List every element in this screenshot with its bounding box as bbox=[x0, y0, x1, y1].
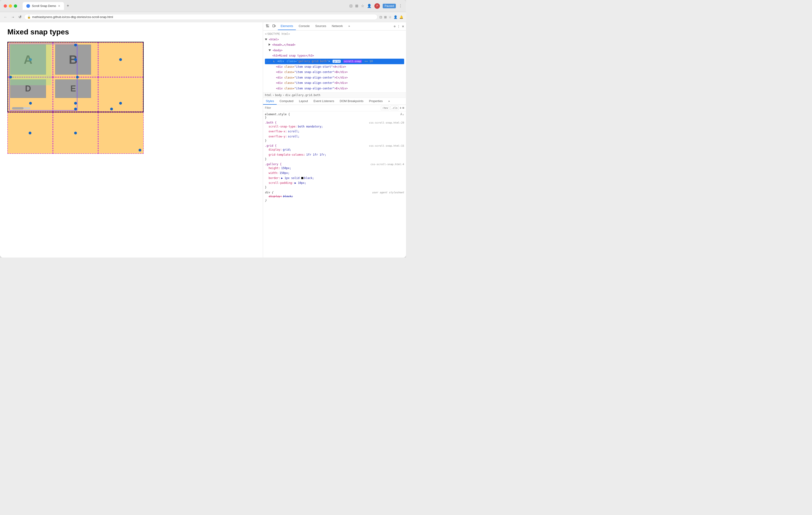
url-display: mathiasbynens.github.io/css-dbg-stories/… bbox=[32, 15, 113, 19]
snap-item-a[interactable]: A bbox=[8, 42, 53, 77]
reload-button[interactable]: ↺ bbox=[18, 14, 22, 20]
menu-icon[interactable]: ⋮ bbox=[399, 4, 402, 8]
close-button[interactable] bbox=[4, 4, 7, 8]
address-bar: ← → ↺ 🔒 mathiasbynens.github.io/css-dbg-… bbox=[0, 12, 406, 22]
devtools-tabs: Elements Console Sources Network » bbox=[278, 22, 393, 30]
dom-item-b[interactable]: <div class="item snap-align-center">B</d… bbox=[265, 69, 404, 75]
devtools-close-button[interactable]: ✕ bbox=[402, 24, 404, 28]
back-button[interactable]: ← bbox=[3, 14, 8, 20]
toggle-styles-icon[interactable]: ⊞ bbox=[403, 106, 404, 110]
styles-tab-event-listeners[interactable]: Event Listeners bbox=[311, 98, 337, 105]
css-rule-grid: .grid { css-scroll-snap.html:15 display:… bbox=[265, 144, 404, 161]
snap-item-9[interactable] bbox=[98, 112, 144, 154]
css-source-both[interactable]: css-scroll-snap.html:29 bbox=[369, 121, 404, 124]
css-body-both: scroll-snap-type: both mandatory; overfl… bbox=[265, 124, 404, 139]
new-tab-button[interactable]: + bbox=[67, 3, 69, 8]
snap-indicator-bottom bbox=[74, 108, 77, 110]
css-body-gallery: height: 150px; width: 150px; border: ▶ 1… bbox=[265, 166, 404, 186]
dom-item-c[interactable]: <div class="item snap-align-center">C</d… bbox=[265, 75, 404, 81]
css-prop-overflow-x: overflow-x: scroll; bbox=[269, 129, 404, 134]
snap-dot-f bbox=[119, 102, 122, 105]
device-toggle-button[interactable] bbox=[271, 23, 277, 29]
tab-sources[interactable]: Sources bbox=[313, 22, 329, 30]
devtools-toolbar: Elements Console Sources Network » ⚙ ⋮ ✕ bbox=[263, 22, 406, 30]
styles-tab-styles[interactable]: Styles bbox=[263, 98, 277, 105]
breadcrumb-body[interactable]: body bbox=[275, 93, 282, 97]
profile-icon[interactable]: 👤 bbox=[367, 4, 372, 8]
snap-container[interactable]: A B bbox=[7, 42, 144, 112]
notification-icon[interactable]: 🔔 bbox=[399, 15, 403, 19]
styles-tabs: Styles Computed Layout Event Listeners D… bbox=[263, 98, 406, 105]
paused-button[interactable]: Paused bbox=[383, 4, 396, 8]
traffic-lights bbox=[4, 4, 17, 8]
css-prop-display-grid: display: grid; bbox=[269, 147, 404, 152]
breadcrumb-div[interactable]: div.gallery.grid.both bbox=[285, 93, 320, 97]
profile-icon2[interactable]: 👤 bbox=[394, 15, 398, 19]
dom-head[interactable]: <head>…</head> bbox=[265, 42, 404, 48]
address-input[interactable]: 🔒 mathiasbynens.github.io/css-dbg-storie… bbox=[24, 14, 378, 20]
snap-item-f[interactable] bbox=[98, 77, 143, 112]
html-expand-icon[interactable] bbox=[265, 38, 267, 40]
dom-item-e[interactable]: <div class="item snap-align-center">E</d… bbox=[265, 86, 404, 91]
tab-close-button[interactable]: ✕ bbox=[58, 4, 60, 8]
devtools-settings-button[interactable]: ⚙ bbox=[394, 25, 395, 28]
element-picker-button[interactable] bbox=[265, 23, 270, 29]
styles-tab-dom-breakpoints[interactable]: DOM Breakpoints bbox=[337, 98, 366, 105]
css-prop-display-block: display: block; bbox=[269, 194, 404, 199]
snap-item-e[interactable]: E bbox=[53, 77, 98, 112]
minimize-button[interactable] bbox=[9, 4, 12, 8]
add-style-button[interactable]: + bbox=[400, 106, 401, 110]
active-tab[interactable]: Scroll Snap Demo ✕ bbox=[23, 2, 64, 10]
tab-more[interactable]: » bbox=[346, 22, 353, 30]
dom-item-a[interactable]: <div class="item snap-align-start">A</di… bbox=[265, 64, 404, 70]
dom-h3[interactable]: <h3>Mixed snap types</h3> bbox=[265, 53, 404, 59]
extensions-icon[interactable]: ⊞ bbox=[355, 4, 358, 8]
text-aa-icon: Aₐ bbox=[400, 112, 404, 116]
styles-tab-properties[interactable]: Properties bbox=[366, 98, 385, 105]
head-expand-icon[interactable] bbox=[269, 44, 270, 46]
css-prop-grid-template-columns: grid-template-columns: 1fr 1fr 1fr; bbox=[269, 152, 404, 158]
bookmark-icon[interactable]: ☆ bbox=[361, 4, 364, 8]
dom-html[interactable]: <html> bbox=[265, 37, 404, 42]
dom-item-d[interactable]: <div class="item snap-align-center">D</d… bbox=[265, 80, 404, 86]
grid-badge[interactable]: grid bbox=[332, 60, 341, 63]
gallery-expand-icon[interactable] bbox=[273, 60, 276, 62]
hover-pseudo-button[interactable]: :hov bbox=[381, 106, 389, 110]
star-icon[interactable]: ☆ bbox=[389, 15, 392, 19]
user-avatar[interactable]: P bbox=[374, 3, 380, 9]
snap-item-c[interactable] bbox=[98, 42, 143, 77]
styles-tab-layout[interactable]: Layout bbox=[296, 98, 311, 105]
grid-icon[interactable]: ⊞ bbox=[384, 15, 387, 19]
snap-item-7[interactable] bbox=[7, 112, 53, 154]
dom-body[interactable]: <body> bbox=[265, 48, 404, 53]
devtools-more-button[interactable]: ⋮ bbox=[397, 25, 400, 28]
border-color-swatch[interactable] bbox=[301, 177, 303, 179]
maximize-button[interactable] bbox=[14, 4, 17, 8]
breadcrumb-html[interactable]: html bbox=[265, 93, 271, 97]
css-rule-both: .both { css-scroll-snap.html:29 scroll-s… bbox=[265, 121, 404, 142]
scroll-snap-badge[interactable]: scroll-snap bbox=[343, 60, 362, 63]
styles-tab-computed[interactable]: Computed bbox=[277, 98, 296, 105]
snap-dot-a bbox=[29, 58, 32, 61]
scrollbar-d-thumb[interactable] bbox=[12, 107, 24, 110]
body-expand-icon[interactable] bbox=[269, 50, 271, 51]
styles-tab-more[interactable]: » bbox=[385, 98, 393, 105]
css-source-grid[interactable]: css-scroll-snap.html:15 bbox=[369, 144, 404, 147]
tab-elements[interactable]: Elements bbox=[278, 22, 296, 30]
svg-rect-4 bbox=[273, 25, 274, 27]
styles-filter-input[interactable] bbox=[265, 106, 380, 110]
title-bar: Scroll Snap Demo ✕ + ⊡ ⊞ ☆ 👤 P Paused ⋮ bbox=[0, 0, 406, 12]
scrollbar-d[interactable] bbox=[12, 107, 30, 110]
tab-network[interactable]: Network bbox=[329, 22, 346, 30]
snap-item-d[interactable]: D bbox=[8, 77, 53, 112]
forward-button[interactable]: → bbox=[10, 14, 16, 20]
dom-div-gallery[interactable]: ··· <div class="gallery grid both"> grid… bbox=[265, 59, 404, 64]
css-selector-element-style: element.style { bbox=[265, 113, 290, 116]
screenshare-icon[interactable]: ⊡ bbox=[379, 15, 382, 19]
css-source-gallery[interactable]: css-scroll-snap.html:4 bbox=[371, 163, 404, 166]
cls-button[interactable]: .cls bbox=[390, 106, 399, 110]
cast-icon[interactable]: ⊡ bbox=[349, 4, 352, 8]
tab-console[interactable]: Console bbox=[296, 22, 313, 30]
snap-item-b[interactable]: B bbox=[53, 42, 98, 77]
snap-item-8[interactable] bbox=[53, 112, 98, 154]
